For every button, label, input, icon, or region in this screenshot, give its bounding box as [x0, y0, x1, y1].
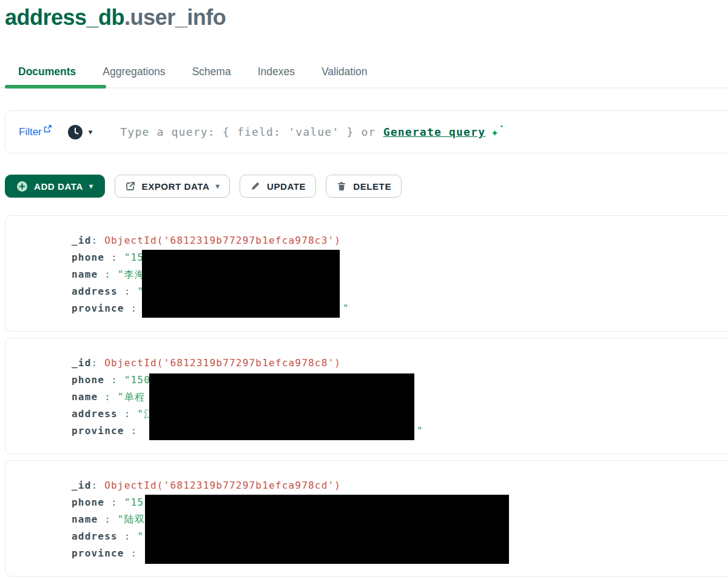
- namespace-separator: .: [124, 5, 130, 30]
- objectid-value: ObjectId('6812319b77297b1efca978c8'): [104, 357, 341, 369]
- document-card-1[interactable]: _id: ObjectId('6812319b77297b1efca978c3'…: [5, 215, 728, 332]
- history-caret-icon: ▾: [89, 128, 93, 136]
- field-separator: :: [118, 408, 138, 420]
- add-data-button[interactable]: ADD DATA ▾: [5, 175, 105, 198]
- field-key: phone: [72, 497, 104, 508]
- field-separator: :: [118, 286, 138, 297]
- query-input[interactable]: Type a query: { field: 'value' } or Gene…: [120, 125, 499, 139]
- field-key: address: [72, 408, 118, 420]
- field-row-id: _id: ObjectId('6812319b77297b1efca978c3'…: [72, 232, 728, 249]
- document-card-2[interactable]: _id: ObjectId('6812319b77297b1efca978c8'…: [5, 338, 728, 454]
- export-data-caret-icon: ▾: [215, 182, 220, 190]
- field-key: province: [72, 547, 124, 559]
- export-data-label: EXPORT DATA: [142, 181, 210, 192]
- field-separator: :: [92, 480, 105, 491]
- tab-aggregations[interactable]: Aggregations: [89, 59, 178, 84]
- field-separator: :: [98, 514, 118, 525]
- tab-documents[interactable]: Documents: [5, 59, 89, 84]
- add-data-caret-icon: ▾: [89, 182, 93, 190]
- plus-circle-icon: [16, 181, 28, 192]
- field-key: address: [72, 530, 118, 542]
- documents-toolbar: ADD DATA ▾ EXPORT DATA ▾ UPDATE DELETE: [5, 175, 402, 198]
- field-key: phone: [72, 252, 104, 263]
- redaction-box: [142, 250, 340, 318]
- redaction-box: [149, 373, 414, 440]
- field-separator: :: [104, 497, 124, 508]
- trash-icon: [336, 181, 347, 192]
- objectid-value: ObjectId('6812319b77297b1efca978c3'): [104, 235, 341, 246]
- tab-documents-label: Documents: [18, 65, 76, 78]
- field-value: ": [137, 530, 144, 542]
- field-separator: :: [98, 269, 118, 280]
- collection-tabs: Documents Aggregations Schema Indexes Va…: [5, 59, 728, 89]
- pencil-icon: [250, 181, 261, 192]
- delete-button[interactable]: DELETE: [326, 175, 402, 198]
- field-value: "李海: [118, 269, 145, 280]
- field-row-id: _id: ObjectId('6812319b77297b1efca978cd'…: [72, 477, 728, 494]
- collection-name: user_info: [130, 5, 226, 30]
- address-closing-quote: ": [343, 300, 349, 317]
- field-row-id: _id: ObjectId('6812319b77297b1efca978c8'…: [72, 355, 728, 372]
- query-bar: Filter ▾ Type a query: { field: 'value' …: [5, 110, 728, 153]
- document-card-3[interactable]: _id: ObjectId('6812319b77297b1efca978cd'…: [5, 460, 728, 577]
- generate-query-link[interactable]: Generate query: [383, 126, 486, 138]
- field-key: province: [72, 425, 124, 437]
- documents-list: _id: ObjectId('6812319b77297b1efca978c3'…: [5, 215, 728, 579]
- field-key: _id: [72, 235, 92, 246]
- query-placeholder-or: or: [362, 126, 383, 138]
- document-fields: _id: ObjectId('6812319b77297b1efca978c3'…: [5, 216, 728, 317]
- database-name: address_db: [5, 5, 124, 30]
- field-key: name: [72, 269, 98, 280]
- field-separator: :: [92, 357, 105, 369]
- clock-icon: [67, 124, 83, 140]
- field-separator: :: [124, 547, 144, 559]
- filter-link[interactable]: Filter: [19, 126, 52, 138]
- page-title: address_db.user_info: [5, 5, 226, 30]
- export-icon: [125, 181, 136, 192]
- tab-indexes-label: Indexes: [258, 65, 295, 78]
- field-key: name: [72, 514, 98, 525]
- query-placeholder: Type a query: { field: 'value' }: [120, 126, 361, 138]
- update-label: UPDATE: [267, 181, 306, 192]
- field-value: "陆双: [118, 514, 145, 525]
- add-data-label: ADD DATA: [34, 181, 83, 192]
- tab-validation-label: Validation: [322, 65, 368, 78]
- field-key: name: [72, 391, 98, 403]
- objectid-value: ObjectId('6812319b77297b1efca978cd'): [104, 480, 341, 491]
- field-key: _id: [72, 357, 92, 369]
- delete-label: DELETE: [353, 181, 391, 192]
- update-button[interactable]: UPDATE: [240, 175, 316, 198]
- tab-schema-label: Schema: [192, 65, 231, 78]
- field-separator: :: [98, 391, 118, 403]
- field-separator: :: [92, 235, 105, 246]
- query-history-button[interactable]: ▾: [67, 124, 93, 140]
- address-closing-quote: ": [417, 423, 423, 440]
- active-tab-indicator: [5, 85, 106, 89]
- field-key: address: [72, 286, 118, 297]
- field-value: "150: [124, 374, 150, 386]
- field-key: phone: [72, 374, 104, 386]
- field-key: province: [72, 303, 124, 314]
- ai-sparkle-icon[interactable]: ✦✦: [491, 125, 499, 139]
- field-key: _id: [72, 480, 92, 491]
- field-value: "15: [124, 252, 144, 263]
- external-link-icon: [44, 125, 52, 133]
- tab-indexes[interactable]: Indexes: [244, 59, 308, 84]
- tab-validation[interactable]: Validation: [308, 59, 381, 84]
- export-data-button[interactable]: EXPORT DATA ▾: [115, 175, 231, 198]
- field-separator: :: [124, 303, 144, 314]
- tab-aggregations-label: Aggregations: [103, 65, 165, 78]
- field-value: "15: [124, 497, 144, 508]
- tabs-divider: [0, 87, 728, 89]
- field-separator: :: [104, 374, 124, 386]
- tab-schema[interactable]: Schema: [178, 59, 244, 84]
- field-value: "单程: [118, 391, 145, 403]
- redaction-box: [145, 495, 509, 564]
- field-separator: :: [104, 252, 124, 263]
- filter-link-label: Filter: [19, 126, 42, 138]
- field-separator: :: [118, 530, 138, 542]
- field-separator: :: [124, 425, 144, 437]
